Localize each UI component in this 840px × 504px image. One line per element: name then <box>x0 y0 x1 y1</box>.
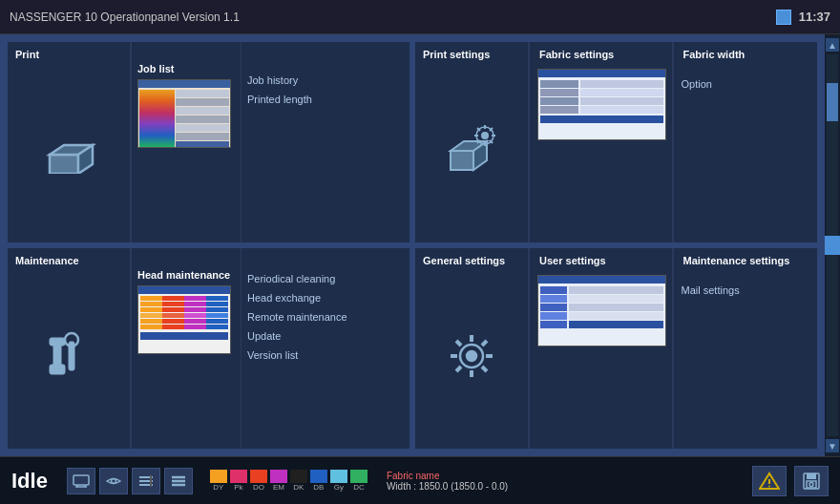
title-bar: NASSENGER 10 Operationpanel Version 1.1 … <box>0 0 840 34</box>
swatch-db-color <box>310 470 327 483</box>
swatch-dc-label: DC <box>350 483 368 492</box>
menu-version-list[interactable]: Version list <box>247 346 404 365</box>
clock: 11:37 <box>799 10 830 24</box>
swatch-pk: Pk <box>230 470 247 492</box>
print-icon <box>40 126 97 174</box>
menu-remote-maintenance[interactable]: Remote maintenance <box>247 307 404 326</box>
head-maintenance-col: Head maintenance <box>132 248 242 449</box>
swatch-em: EM <box>270 470 287 492</box>
option-item[interactable]: Option <box>682 74 812 94</box>
maintenance-icon-area <box>8 248 132 449</box>
status-btn-4[interactable] <box>164 468 193 494</box>
print-icon-area <box>8 42 132 242</box>
print-menu-items: Job history Printed length <box>242 42 410 242</box>
print-submenu-area: Job list <box>132 42 410 242</box>
print-settings-icon <box>443 124 500 177</box>
scroll-dot-button[interactable] <box>825 236 840 255</box>
swatch-dk-color <box>290 470 307 483</box>
print-settings-col: Print settings <box>415 42 530 242</box>
swatch-dc-color <box>350 470 368 483</box>
swatch-em-label: EM <box>270 483 287 492</box>
svg-rect-47 <box>807 473 816 479</box>
maintenance-settings-col: Maintenance settings Mail settings <box>676 248 818 449</box>
general-settings-icon <box>446 330 498 383</box>
warning-button[interactable] <box>752 466 787 496</box>
menu-head-exchange[interactable]: Head exchange <box>247 288 404 307</box>
mail-settings-item[interactable]: Mail settings <box>682 281 812 300</box>
swatch-dk-label: DK <box>290 483 307 492</box>
svg-rect-31 <box>74 475 89 485</box>
swatch-gy-color <box>330 470 347 483</box>
section-top-right: Print settings <box>415 42 817 242</box>
status-btn-2[interactable] <box>99 468 128 494</box>
job-list-label: Job list <box>137 63 235 74</box>
svg-point-7 <box>481 132 489 139</box>
swatch-do-label: DO <box>250 483 267 492</box>
user-settings-col: User settings <box>532 248 674 449</box>
fabric-settings-thumbnail[interactable] <box>537 69 666 140</box>
general-settings-label: General settings <box>423 255 505 266</box>
print-settings-label: Print settings <box>423 49 490 60</box>
fabric-info: Fabric name Width : 1850.0 (1850.0 - 0.0… <box>387 471 508 492</box>
warning-icon <box>759 472 780 491</box>
section-print: Print Job list <box>8 42 410 242</box>
svg-line-27 <box>456 341 461 346</box>
scroll-down-arrow[interactable]: ▼ <box>826 439 839 452</box>
svg-marker-0 <box>50 155 78 174</box>
title-bar-right: 11:37 <box>776 10 830 25</box>
swatch-do-color <box>250 470 267 483</box>
swatch-gy: Gy <box>330 470 347 492</box>
status-btn-1[interactable] <box>67 468 95 494</box>
icon-3 <box>137 474 155 488</box>
menu-job-history[interactable]: Job history <box>247 71 404 90</box>
fabric-settings-col: Fabric settings <box>532 42 674 242</box>
swatch-db: DB <box>310 470 327 492</box>
fabric-settings-label: Fabric settings <box>539 49 614 60</box>
fabric-width-label: Fabric width <box>683 49 746 60</box>
fabric-name-label: Fabric name <box>387 471 508 481</box>
app-title: NASSENGER 10 Operationpanel Version 1.1 <box>10 10 240 24</box>
job-list-thumbnail[interactable] <box>137 79 231 148</box>
user-settings-thumbnail[interactable] <box>537 275 666 346</box>
svg-rect-18 <box>50 365 65 374</box>
svg-point-35 <box>111 478 116 483</box>
menu-update[interactable]: Update <box>247 326 404 346</box>
svg-marker-3 <box>451 151 473 170</box>
swatch-dy-color <box>210 470 227 483</box>
swatch-do: DO <box>250 470 267 492</box>
icon-2 <box>105 474 122 488</box>
scrollbar[interactable]: ▲ ▼ <box>825 34 840 456</box>
section-print-label: Print <box>15 49 39 60</box>
scroll-up-arrow[interactable]: ▲ <box>826 38 839 52</box>
swatch-pk-label: Pk <box>230 483 247 492</box>
swatch-dy-label: DY <box>210 483 227 492</box>
svg-point-22 <box>467 351 476 361</box>
menu-periodical-cleaning[interactable]: Periodical cleaning <box>247 269 404 288</box>
save-icon <box>802 472 821 491</box>
maintenance-submenu-area: Head maintenance <box>132 248 410 449</box>
fabric-width-value: Width : 1850.0 (1850.0 - 0.0) <box>387 481 508 492</box>
swatch-pk-color <box>230 470 247 483</box>
svg-line-30 <box>456 367 461 371</box>
job-list-col: Job list <box>132 42 242 242</box>
status-btn-3[interactable] <box>132 468 160 494</box>
idle-label: Idle <box>11 469 48 494</box>
swatch-dc: DC <box>350 470 368 492</box>
icon-4 <box>170 474 187 488</box>
head-maintenance-thumbnail[interactable] <box>137 285 231 354</box>
head-maintenance-label: Head maintenance <box>137 269 235 281</box>
svg-point-49 <box>809 482 813 486</box>
save-button[interactable] <box>794 466 829 496</box>
maintenance-settings-label: Maintenance settings <box>683 255 790 266</box>
fabric-width-col: Fabric width Option <box>676 42 818 242</box>
svg-line-29 <box>482 341 487 346</box>
svg-rect-17 <box>50 338 65 346</box>
menu-printed-length[interactable]: Printed length <box>247 90 404 109</box>
swatch-gy-label: Gy <box>330 483 347 492</box>
scroll-thumb[interactable] <box>827 83 838 121</box>
general-settings-col: General settings <box>415 248 530 449</box>
maintenance-menu-items: Periodical cleaning Head exchange Remote… <box>242 248 410 449</box>
swatch-dk: DK <box>290 470 307 492</box>
swatch-em-color <box>270 470 287 483</box>
title-bar-indicator <box>776 10 791 25</box>
